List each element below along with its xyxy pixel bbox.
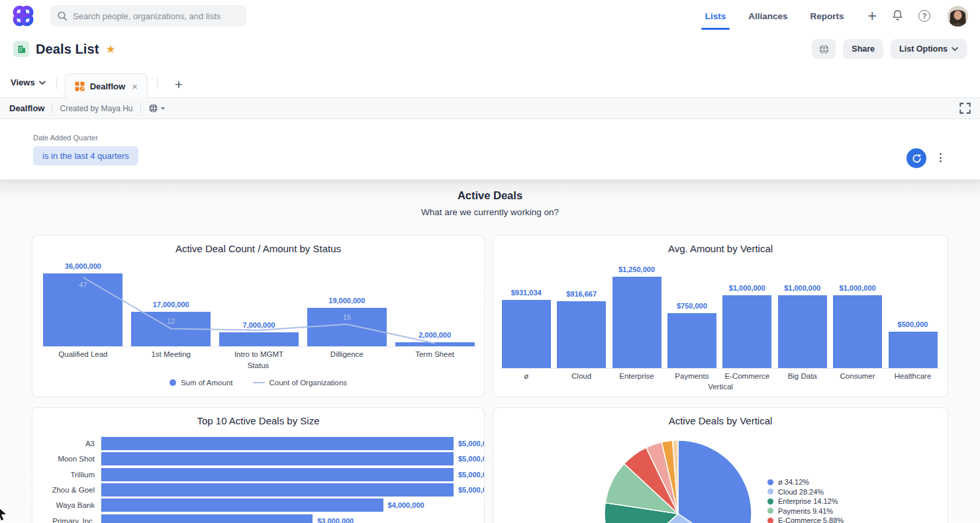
bar[interactable] [778,295,827,368]
affinity-logo-icon[interactable] [12,5,34,27]
legend-label: Cloud 28.24% [778,488,824,496]
legend-dot-icon [767,489,773,495]
add-view-button[interactable]: + [175,79,183,91]
bar[interactable] [557,301,606,368]
page-header: Deals List ★ Share List Options [0,32,980,66]
bar-value-label: $500,000 [873,320,949,328]
bar[interactable] [395,342,475,346]
nav-tab-alliances[interactable]: Alliances [747,2,789,30]
app-window: Lists Alliances Reports + ? [0,0,980,523]
legend-item[interactable]: ø 34.12% [767,478,844,486]
nav-tab-reports[interactable]: Reports [809,2,846,30]
visibility-globe-button[interactable] [812,39,836,59]
bar[interactable] [101,468,454,481]
section-title: Active Deals [0,189,980,202]
chart-card-deal-count-amount-by-status: Active Deal Count / Amount by Status Sum… [32,235,485,397]
nav-icon-group: + ? [868,6,968,26]
legend-dot-icon [767,518,773,523]
dashboard-content: Active Deals What are we currently worki… [0,179,980,523]
chart-card-avg-amount-by-vertical: Avg. Amount by Vertical $931,034ø$916,66… [493,235,948,397]
section-subtitle: What are we currently working on? [0,207,980,217]
bar[interactable] [101,483,454,497]
bar[interactable] [889,332,938,368]
more-options-kebab-icon[interactable] [940,153,942,162]
row-label: Primary, Inc. [34,517,95,523]
create-new-button[interactable]: + [868,9,877,23]
share-button[interactable]: Share [843,39,883,59]
chart-legend: Sum of Amount Count of Organizations [32,379,484,387]
legend-item[interactable]: Sum of Amount [170,379,233,387]
tab-dealflow[interactable]: Dealflow × [65,73,148,98]
plus-icon: + [868,9,877,23]
user-avatar[interactable] [948,6,968,26]
count-label: 47 [63,281,103,289]
globe-icon [818,44,830,55]
search-icon [57,11,68,21]
tab-close-icon[interactable]: × [132,81,138,91]
view-visibility-dropdown[interactable] [148,103,165,113]
view-name: Dealflow [9,103,44,113]
favorite-star-icon[interactable]: ★ [105,42,115,56]
help-button[interactable]: ? [918,10,930,22]
divider [140,104,141,113]
bar[interactable] [667,313,716,368]
x-axis-line [40,346,477,347]
search-input[interactable] [73,11,232,21]
views-tab-bar: Views Dealflow × + [0,66,980,98]
pie-slice[interactable] [678,440,752,523]
views-menu-button[interactable]: Views [8,77,48,97]
legend-label: Enterprise 14.12% [778,497,838,505]
bar[interactable] [612,277,662,368]
fullscreen-button[interactable] [959,103,971,114]
bar-value-label: 19,000,000 [307,297,387,305]
notifications-button[interactable] [891,9,904,23]
row-label: Waya Bank [34,501,95,509]
bar[interactable] [101,499,383,512]
bar[interactable] [101,452,454,465]
refresh-icon [912,154,922,164]
chevron-down-icon [952,47,958,51]
globe-icon [148,103,158,113]
bar-value-label: $5,000,000 [458,455,485,463]
bar-value-label: $1,250,000 [597,265,677,273]
bar[interactable] [502,300,551,368]
bar[interactable] [722,295,771,368]
deals-list-icon [13,41,29,57]
category-label: ø [499,372,554,380]
chart-title: Active Deal Count / Amount by Status [32,243,484,254]
bar-value-label: 36,000,000 [43,262,122,270]
row-label: Trillium [34,471,95,479]
bar-value-label: $3,000,000 [317,517,354,523]
filter-bar: Date Added Quarter is in the last 4 quar… [0,119,980,179]
row-label: Zhou & Goel [34,486,95,494]
divider [157,77,158,89]
legend-item[interactable]: Count of Organizations [253,379,348,387]
bar-value-label: $4,000,000 [388,501,424,509]
bar[interactable] [101,437,454,450]
global-search[interactable] [50,5,246,26]
created-by-text: Created by Maya Hu [60,104,132,113]
bar[interactable] [101,514,313,523]
row-label: Moon Shot [34,455,95,463]
legend-label: Payments 9.41% [778,507,833,515]
primary-nav: Lists Alliances Reports [704,2,846,30]
chart-legend: ø 34.12%Cloud 28.24%Enterprise 14.12%Pay… [767,478,844,523]
divider [52,104,52,113]
filter-condition-pill[interactable]: is in the last 4 quarters [33,146,138,166]
legend-item[interactable]: Enterprise 14.12% [767,497,844,505]
list-options-button[interactable]: List Options [891,39,967,59]
legend-item[interactable]: Cloud 28.24% [767,488,844,496]
legend-label: Sum of Amount [181,379,233,387]
nav-tab-lists[interactable]: Lists [704,2,728,30]
x-axis-line [500,368,942,369]
legend-item[interactable]: Payments 9.41% [767,507,844,515]
bar[interactable] [219,332,299,346]
legend-item[interactable]: E-Commerce 5.88% [767,516,844,523]
chart-title: Top 10 Active Deals by Size [32,415,484,426]
help-icon: ? [918,10,930,22]
bar[interactable] [833,295,882,368]
bar-value-label: 7,000,000 [219,321,299,329]
refresh-button[interactable] [906,148,926,168]
category-label: Payments [664,372,719,380]
category-label: Consumer [830,372,885,380]
